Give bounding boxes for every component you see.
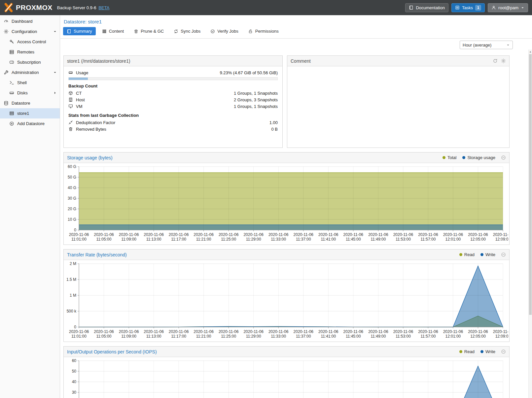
legend-dot-icon	[459, 253, 462, 256]
sidebar-item-datastore[interactable]: Datastore	[0, 98, 60, 108]
legend-label: Storage usage	[467, 155, 495, 160]
plus-circle-icon	[9, 121, 14, 126]
time-range-value: Hour (average)	[463, 43, 491, 48]
documentation-button[interactable]: Documentation	[405, 3, 448, 12]
sidebar-item-add-datastore[interactable]: Add Datastore	[0, 118, 60, 129]
tasks-count-badge: 1	[475, 5, 481, 11]
sidebar-item-label: Dashboard	[12, 19, 33, 24]
svg-text:40 G: 40 G	[68, 185, 76, 190]
stat-value: 2 Groups, 3 Snapshots	[234, 97, 278, 102]
svg-text:0: 0	[74, 325, 76, 329]
sidebar-item-configuration[interactable]: Configuration	[0, 26, 60, 37]
usage-progressbar	[68, 77, 278, 80]
svg-text:2020-11-06: 2020-11-06	[194, 232, 214, 237]
svg-text:2020-11-06: 2020-11-06	[119, 329, 139, 334]
sidebar-item-store1[interactable]: store1	[0, 108, 60, 118]
sidebar-item-subscription[interactable]: Subscription	[0, 57, 60, 67]
svg-text:11:25:00: 11:25:00	[221, 334, 236, 339]
beta-link[interactable]: BETA	[98, 5, 109, 10]
brand-text: PROXMOX	[16, 4, 53, 12]
stat-label: VM	[76, 104, 83, 109]
chart-canvas: 0500 k1 M1.5 M2 M2020-11-0611:01:002020-…	[64, 260, 508, 342]
tab-permissions[interactable]: Permissions	[245, 27, 282, 35]
legend-item-write[interactable]: Write	[480, 349, 495, 354]
sidebar-item-label: Configuration	[12, 29, 37, 34]
legend-label: Read	[464, 349, 475, 354]
svg-text:11:53:00: 11:53:00	[396, 334, 411, 339]
sidebar-item-shell[interactable]: Shell	[0, 78, 60, 88]
stat-value: 1.00	[269, 120, 278, 125]
svg-text:11:33:00: 11:33:00	[271, 334, 286, 339]
gear-icon	[4, 29, 9, 34]
comment-panel: Comment	[287, 55, 510, 148]
comment-body[interactable]	[287, 66, 509, 148]
charts-container: Storage usage (bytes)TotalStorage usage0…	[63, 152, 510, 398]
time-range-select[interactable]: Hour (average)	[460, 41, 513, 49]
collapse-icon[interactable]	[501, 155, 506, 160]
tab-content[interactable]: Content	[98, 27, 128, 35]
tasks-label: Tasks	[462, 5, 473, 10]
svg-text:50 G: 50 G	[68, 175, 76, 180]
tasks-icon	[455, 5, 460, 10]
sidebar-item-remotes[interactable]: Remotes	[0, 47, 60, 57]
collapse-icon[interactable]	[501, 252, 506, 257]
collapse-icon[interactable]	[501, 349, 506, 354]
chart-canvas: 010 G20 G30 G40 G50 G60 G2020-11-0611:01…	[64, 163, 508, 245]
legend-item-write[interactable]: Write	[480, 252, 495, 257]
legend-item-total[interactable]: Total	[443, 155, 456, 160]
scrollbar-up-arrow[interactable]: ▲	[529, 50, 532, 54]
gauge-icon	[4, 19, 9, 24]
legend-item-read[interactable]: Read	[459, 349, 475, 354]
sidebar-item-dashboard[interactable]: Dashboard	[0, 16, 60, 26]
caret-down-icon[interactable]	[53, 30, 57, 33]
chevron-down-icon	[506, 43, 510, 47]
svg-text:2020-11-06: 2020-11-06	[393, 329, 413, 334]
svg-text:11:37:00: 11:37:00	[296, 237, 311, 242]
svg-text:11:53:00: 11:53:00	[396, 237, 411, 242]
refresh-icon[interactable]	[493, 58, 498, 63]
product-version: Backup Server 0.9-6	[57, 5, 96, 10]
caret-right-icon[interactable]	[53, 91, 57, 95]
svg-text:2020-11-06: 2020-11-06	[119, 232, 139, 237]
tab-label: Content	[109, 29, 124, 34]
svg-text:20 G: 20 G	[68, 207, 76, 211]
legend-label: Total	[447, 155, 456, 160]
svg-text:2020-11-06: 2020-11-06	[219, 329, 239, 334]
stat-label: CT	[76, 91, 82, 96]
chart-panel-header: Transfer Rate (bytes/second)ReadWrite	[64, 249, 509, 260]
scrollbar-thumb[interactable]	[529, 54, 532, 315]
legend-item-read[interactable]: Read	[459, 252, 475, 257]
vertical-scrollbar[interactable]: ▲	[528, 50, 532, 398]
chart-legend: ReadWrite	[459, 252, 495, 257]
svg-text:11:01:00: 11:01:00	[71, 237, 87, 242]
tab-sync-jobs[interactable]: Sync Jobs	[170, 27, 204, 35]
legend-item-storage-usage[interactable]: Storage usage	[462, 155, 495, 160]
chart-panel-input-output-operations-per-second-iops: Input/Output Operations per Second (IOPS…	[63, 346, 510, 398]
svg-text:2020-11-06: 2020-11-06	[418, 232, 438, 237]
svg-text:1.5 M: 1.5 M	[66, 277, 76, 282]
tab-prune-gc[interactable]: Prune & GC	[130, 27, 167, 35]
sidebar-item-administration[interactable]: Administration	[0, 67, 60, 78]
legend-label: Write	[485, 252, 495, 257]
tab-verify-jobs[interactable]: Verify Jobs	[207, 27, 242, 35]
chart-title: Transfer Rate (bytes/second)	[67, 252, 127, 257]
check-circle-icon	[210, 29, 215, 34]
svg-text:2 M: 2 M	[70, 261, 76, 266]
tab-label: Sync Jobs	[181, 29, 200, 34]
hdd-icon	[9, 90, 14, 95]
tab-label: Prune & GC	[141, 29, 164, 34]
tab-bar: SummaryContentPrune & GCSync JobsVerify …	[60, 25, 532, 39]
stat-value: 0 B	[271, 127, 278, 132]
tasks-button[interactable]: Tasks 1	[451, 3, 485, 12]
svg-text:2020-11-06: 2020-11-06	[243, 329, 264, 334]
svg-text:11:21:00: 11:21:00	[196, 334, 211, 339]
caret-down-icon[interactable]	[53, 71, 57, 74]
sidebar-item-disks[interactable]: Disks	[0, 88, 60, 98]
svg-text:11:49:00: 11:49:00	[371, 237, 386, 242]
user-menu-button[interactable]: root@pam	[488, 3, 528, 12]
sidebar-item-access-control[interactable]: Access Control	[0, 37, 60, 47]
gear-icon[interactable]	[501, 58, 506, 63]
svg-text:11:09:00: 11:09:00	[121, 334, 136, 339]
svg-text:2020-11-06: 2020-11-06	[69, 232, 89, 237]
tab-summary[interactable]: Summary	[63, 27, 96, 35]
